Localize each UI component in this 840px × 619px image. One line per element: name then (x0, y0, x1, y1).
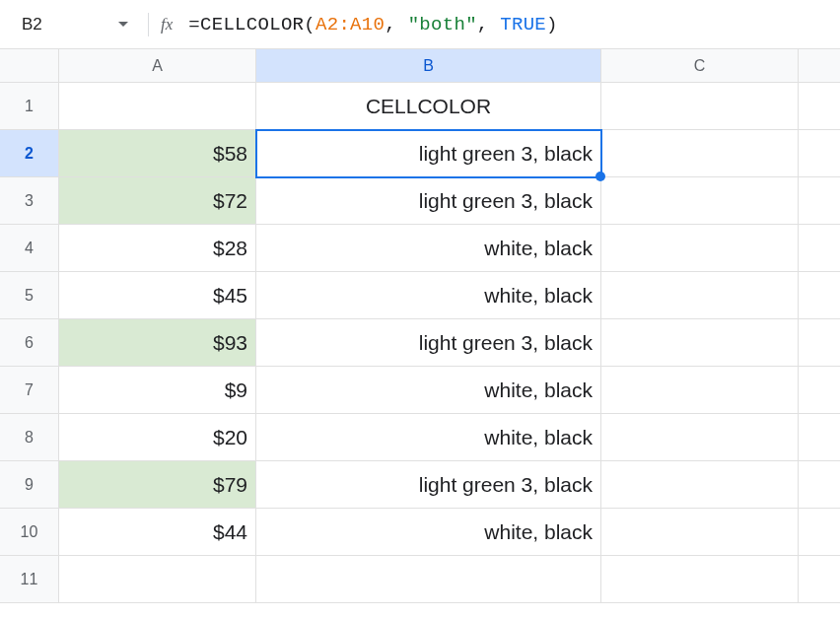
cell-c4[interactable] (601, 225, 799, 272)
cell-b7[interactable]: white, black (256, 367, 601, 414)
cell-a9[interactable]: $79 (59, 461, 256, 509)
row-header-2[interactable]: 2 (0, 130, 59, 177)
cell-b2[interactable]: light green 3, black (256, 130, 601, 177)
cell-c1[interactable] (601, 83, 799, 130)
cell-extra-1[interactable] (799, 83, 840, 130)
cell-extra-6[interactable] (799, 319, 840, 367)
row-header-7[interactable]: 7 (0, 367, 59, 414)
cell-c11[interactable] (601, 556, 799, 603)
formula-input[interactable]: =CELLCOLOR(A2:A10, "both", TRUE) (188, 14, 558, 35)
cell-a2[interactable]: $58 (59, 130, 256, 177)
formula-fn-name: CELLCOLOR (200, 14, 304, 35)
formula-open-paren: ( (304, 14, 315, 35)
cell-extra-3[interactable] (799, 177, 840, 225)
cell-a11[interactable] (59, 556, 256, 603)
cell-extra-10[interactable] (799, 509, 840, 556)
cell-c10[interactable] (601, 509, 799, 556)
cell-b6[interactable]: light green 3, black (256, 319, 601, 367)
formula-close-paren: ) (546, 14, 558, 35)
fx-icon[interactable]: fx (161, 15, 173, 34)
cell-b4[interactable]: white, black (256, 225, 601, 272)
row-header-10[interactable]: 10 (0, 509, 59, 556)
cell-extra-7[interactable] (799, 367, 840, 414)
row-header-1[interactable]: 1 (0, 83, 59, 130)
formula-bool: TRUE (500, 14, 546, 35)
cell-b3[interactable]: light green 3, black (256, 177, 601, 225)
cell-b11[interactable] (256, 556, 601, 603)
cell-a8[interactable]: $20 (59, 414, 256, 461)
row-header-4[interactable]: 4 (0, 225, 59, 272)
cell-a7[interactable]: $9 (59, 367, 256, 414)
cell-c3[interactable] (601, 177, 799, 225)
column-header-extra[interactable] (799, 49, 840, 83)
formula-equals: = (188, 14, 200, 35)
formula-range: A2:A10 (315, 14, 385, 35)
cell-extra-8[interactable] (799, 414, 840, 461)
row-header-3[interactable]: 3 (0, 177, 59, 225)
cell-b9[interactable]: light green 3, black (256, 461, 601, 509)
row-header-8[interactable]: 8 (0, 414, 59, 461)
row-header-11[interactable]: 11 (0, 556, 59, 603)
cell-b5[interactable]: white, black (256, 272, 601, 319)
row-header-9[interactable]: 9 (0, 461, 59, 509)
cell-b10[interactable]: white, black (256, 509, 601, 556)
cell-extra-2[interactable] (799, 130, 840, 177)
cell-a4[interactable]: $28 (59, 225, 256, 272)
cell-extra-5[interactable] (799, 272, 840, 319)
cell-extra-4[interactable] (799, 225, 840, 272)
formula-comma: , (477, 14, 500, 35)
cell-b8[interactable]: white, black (256, 414, 601, 461)
cell-a1[interactable] (59, 83, 256, 130)
row-header-5[interactable]: 5 (0, 272, 59, 319)
cell-extra-11[interactable] (799, 556, 840, 603)
spreadsheet-grid: ABC1CELLCOLOR2$58light green 3, black3$7… (0, 49, 840, 603)
select-all-corner[interactable] (0, 49, 59, 83)
column-header-c[interactable]: C (601, 49, 799, 83)
cell-c7[interactable] (601, 367, 799, 414)
name-box-value: B2 (22, 15, 42, 34)
fill-handle[interactable] (595, 172, 605, 181)
cell-a6[interactable]: $93 (59, 319, 256, 367)
divider (148, 13, 149, 36)
column-header-a[interactable]: A (59, 49, 256, 83)
name-box[interactable]: B2 (8, 15, 136, 34)
cell-c9[interactable] (601, 461, 799, 509)
formula-bar-container: B2 fx =CELLCOLOR(A2:A10, "both", TRUE) (0, 0, 840, 49)
cell-a3[interactable]: $72 (59, 177, 256, 225)
formula-string: "both" (408, 14, 477, 35)
cell-c8[interactable] (601, 414, 799, 461)
dropdown-arrow-icon[interactable] (118, 22, 128, 27)
cell-c6[interactable] (601, 319, 799, 367)
cell-a5[interactable]: $45 (59, 272, 256, 319)
row-header-6[interactable]: 6 (0, 319, 59, 367)
cell-b1[interactable]: CELLCOLOR (256, 83, 601, 130)
cell-a10[interactable]: $44 (59, 509, 256, 556)
cell-extra-9[interactable] (799, 461, 840, 509)
cell-c2[interactable] (601, 130, 799, 177)
column-header-b[interactable]: B (256, 49, 601, 83)
cell-c5[interactable] (601, 272, 799, 319)
formula-comma: , (385, 14, 407, 35)
